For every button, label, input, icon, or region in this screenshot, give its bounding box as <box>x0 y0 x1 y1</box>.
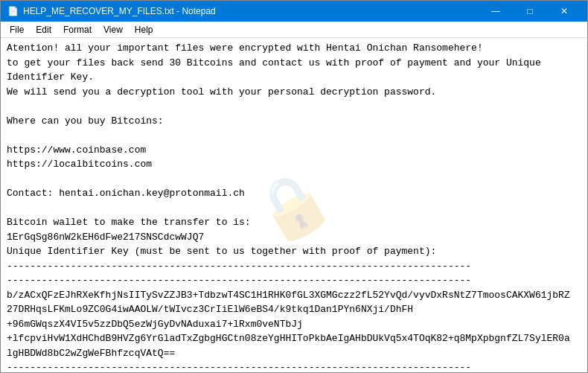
menu-format[interactable]: Format <box>57 23 98 36</box>
menu-bar: File Edit Format View Help <box>1 22 587 38</box>
menu-view[interactable]: View <box>98 23 129 36</box>
menu-file[interactable]: File <box>4 23 30 36</box>
menu-edit[interactable]: Edit <box>30 23 57 36</box>
maximize-button[interactable]: □ <box>513 1 547 22</box>
text-editor-area[interactable]: 🔒 Atention! all your important files wer… <box>1 38 587 372</box>
window-title: HELP_ME_RECOVER_MY_FILES.txt - Notepad <box>23 6 479 16</box>
close-button[interactable]: ✕ <box>547 1 581 22</box>
file-content: Atention! all your important files were … <box>7 41 581 372</box>
notepad-window: 📄 HELP_ME_RECOVER_MY_FILES.txt - Notepad… <box>0 0 588 373</box>
window-controls: — □ ✕ <box>479 1 581 22</box>
title-bar: 📄 HELP_ME_RECOVER_MY_FILES.txt - Notepad… <box>1 1 587 22</box>
app-icon: 📄 <box>7 5 19 17</box>
minimize-button[interactable]: — <box>479 1 513 22</box>
menu-help[interactable]: Help <box>129 23 159 36</box>
